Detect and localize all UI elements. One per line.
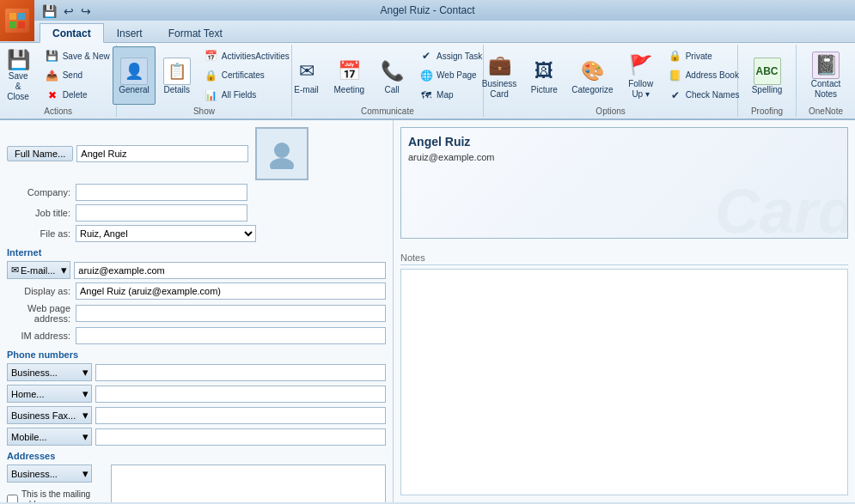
quick-save-button[interactable]: 💾 bbox=[40, 3, 59, 19]
app-button[interactable] bbox=[0, 0, 34, 41]
job-title-row: Job title: bbox=[7, 204, 386, 222]
phone-fax-button[interactable]: Business Fax... bbox=[7, 406, 80, 424]
quick-redo-button[interactable]: ↪ bbox=[78, 3, 94, 19]
im-input[interactable] bbox=[76, 327, 386, 344]
phone-home-button[interactable]: Home... bbox=[7, 385, 80, 403]
phone-fax-dropdown[interactable]: ▾ bbox=[80, 406, 92, 424]
show-group-label: Show bbox=[193, 105, 215, 118]
mailing-checkbox-row: This is the mailing address bbox=[7, 489, 107, 502]
business-card-button[interactable]: 💼 BusinessCard bbox=[476, 46, 523, 105]
save-new-button[interactable]: 💾 Save & New bbox=[40, 46, 116, 65]
contact-notes-button[interactable]: 📓 ContactNotes bbox=[805, 46, 846, 105]
card-email: aruiz@example.com bbox=[408, 152, 840, 162]
svg-rect-2 bbox=[9, 21, 16, 28]
phone-mobile-row: Mobile... ▾ bbox=[7, 428, 386, 446]
internet-header: Internet bbox=[7, 247, 386, 258]
display-as-input[interactable] bbox=[76, 282, 386, 300]
svg-rect-3 bbox=[18, 21, 25, 28]
phone-mobile-dropdown[interactable]: ▾ bbox=[80, 428, 92, 446]
mailing-checkbox[interactable] bbox=[7, 495, 18, 503]
svg-point-4 bbox=[274, 143, 290, 158]
save-close-button[interactable]: 💾 Save &Close bbox=[1, 46, 36, 105]
phone-business-button[interactable]: Business... bbox=[7, 363, 80, 381]
company-row: Company: bbox=[7, 184, 386, 201]
email-type-button[interactable]: ✉ E-mail... bbox=[7, 261, 58, 279]
meeting-button[interactable]: 📅 Meeting bbox=[328, 46, 371, 105]
display-as-row: Display as: bbox=[7, 282, 386, 300]
photo-area[interactable] bbox=[255, 127, 308, 180]
activities-button[interactable]: 📅 ActivitiesActivities bbox=[198, 46, 296, 65]
tab-format-text[interactable]: Format Text bbox=[156, 23, 235, 42]
proofing-group-label: Proofing bbox=[751, 105, 783, 118]
display-as-label: Display as: bbox=[7, 286, 76, 296]
full-name-button[interactable]: Full Name... bbox=[7, 146, 73, 161]
webpage-label: Web page address: bbox=[7, 303, 76, 324]
call-button[interactable]: 📞 Call bbox=[372, 46, 412, 105]
phone-fax-row: Business Fax... ▾ bbox=[7, 406, 386, 424]
im-row: IM address: bbox=[7, 327, 386, 344]
job-title-label: Job title: bbox=[7, 208, 76, 218]
phone-business-row: Business... ▾ bbox=[7, 363, 386, 381]
private-button[interactable]: 🔒 Private bbox=[663, 46, 746, 65]
email-dropdown-button[interactable]: ▾ bbox=[58, 261, 70, 279]
details-button[interactable]: 📋 Details bbox=[157, 46, 197, 105]
certificates-button[interactable]: 🔒 Certificates bbox=[198, 66, 296, 85]
address-type-button[interactable]: Business... bbox=[7, 465, 80, 483]
company-input[interactable] bbox=[76, 184, 247, 201]
phone-mobile-input[interactable] bbox=[95, 428, 386, 446]
actions-group-label: Actions bbox=[44, 105, 72, 118]
phone-home-row: Home... ▾ bbox=[7, 385, 386, 403]
categorize-button[interactable]: 🎨 Categorize bbox=[565, 46, 619, 105]
mailing-label: This is the mailing address bbox=[21, 489, 107, 502]
notes-label: Notes bbox=[400, 252, 848, 265]
check-names-button[interactable]: ✔ Check Names bbox=[663, 86, 746, 105]
file-as-row: File as: Ruiz, Angel bbox=[7, 225, 386, 242]
im-label: IM address: bbox=[7, 331, 76, 341]
title-bar: Angel Ruiz - Contact bbox=[380, 4, 474, 16]
card-preview: Angel Ruiz aruiz@example.com Card bbox=[400, 127, 848, 239]
email-input[interactable] bbox=[74, 262, 386, 279]
phone-business-input[interactable] bbox=[95, 364, 386, 381]
svg-rect-1 bbox=[18, 13, 25, 20]
phone-business-dropdown[interactable]: ▾ bbox=[80, 363, 92, 381]
address-book-button[interactable]: 📒 Address Book bbox=[663, 66, 746, 85]
phone-home-dropdown[interactable]: ▾ bbox=[80, 385, 92, 403]
tab-contact[interactable]: Contact bbox=[40, 23, 104, 43]
email-button[interactable]: ✉ E-mail bbox=[287, 46, 327, 105]
tab-insert[interactable]: Insert bbox=[104, 23, 156, 42]
address-textarea[interactable] bbox=[111, 465, 386, 502]
file-as-select[interactable]: Ruiz, Angel bbox=[76, 225, 256, 242]
quick-undo-button[interactable]: ↩ bbox=[61, 3, 76, 19]
card-watermark: Card bbox=[715, 176, 848, 239]
notes-textarea[interactable] bbox=[400, 269, 848, 495]
svg-rect-0 bbox=[9, 13, 16, 20]
spelling-button[interactable]: ABC Spelling bbox=[746, 46, 789, 105]
options-group-label: Options bbox=[595, 105, 625, 118]
card-name: Angel Ruiz bbox=[408, 135, 840, 149]
job-title-input[interactable] bbox=[76, 204, 247, 222]
phone-mobile-button[interactable]: Mobile... bbox=[7, 428, 80, 446]
send-button[interactable]: 📤 Send bbox=[40, 66, 116, 85]
address-dropdown[interactable]: ▾ bbox=[80, 465, 92, 483]
address-section: Business... ▾ This is the mailing addres… bbox=[7, 465, 386, 502]
communicate-group-label: Communicate bbox=[361, 105, 414, 118]
onenote-group-label: OneNote bbox=[809, 105, 843, 118]
phone-home-input[interactable] bbox=[95, 386, 386, 403]
all-fields-button[interactable]: 📊 All Fields bbox=[198, 86, 296, 105]
webpage-row: Web page address: bbox=[7, 303, 386, 324]
picture-button[interactable]: 🖼 Picture bbox=[524, 46, 564, 105]
full-name-input[interactable] bbox=[76, 145, 248, 162]
phone-fax-input[interactable] bbox=[95, 407, 386, 424]
file-as-label: File as: bbox=[7, 228, 76, 239]
company-label: Company: bbox=[7, 187, 76, 197]
general-button[interactable]: 👤 General bbox=[113, 46, 156, 105]
email-row: ✉ E-mail... ▾ bbox=[7, 261, 386, 279]
delete-button[interactable]: ✖ Delete bbox=[40, 86, 116, 105]
webpage-input[interactable] bbox=[76, 305, 386, 322]
addresses-header: Addresses bbox=[7, 451, 386, 461]
svg-point-5 bbox=[270, 158, 294, 169]
full-name-row: Full Name... bbox=[7, 127, 386, 180]
follow-up-button[interactable]: 🚩 FollowUp ▾ bbox=[621, 46, 661, 105]
phone-header: Phone numbers bbox=[7, 349, 386, 360]
